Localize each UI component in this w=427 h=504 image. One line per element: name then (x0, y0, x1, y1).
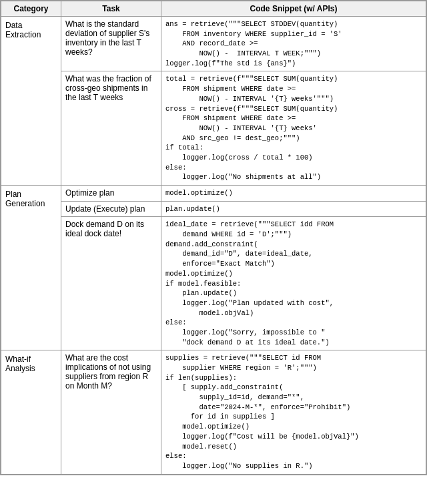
table-row: Plan GenerationOptimize planmodel.optimi… (1, 186, 426, 202)
task-cell: Update (Execute) plan (61, 201, 161, 217)
code-cell: ans = retrieve("""SELECT STDDEV(quantity… (161, 17, 426, 71)
data-table: Category Task Code Snippet (w/ APIs) Dat… (1, 1, 426, 475)
header-row: Category Task Code Snippet (w/ APIs) (1, 1, 426, 17)
task-cell: What was the fraction of cross-geo shipm… (61, 71, 161, 186)
table-row: What was the fraction of cross-geo shipm… (1, 71, 426, 186)
table-row: Data ExtractionWhat is the standard devi… (1, 17, 426, 71)
task-cell: Dock demand D on its ideal dock date! (61, 217, 161, 350)
code-cell: total = retrieve(f"""SELECT SUM(quantity… (161, 71, 426, 186)
code-cell: plan.update() (161, 201, 426, 217)
table-row: What-if AnalysisWhat are the cost implic… (1, 350, 426, 474)
col-header-code: Code Snippet (w/ APIs) (161, 1, 426, 17)
task-cell: What is the standard deviation of suppli… (61, 17, 161, 71)
task-cell: Optimize plan (61, 186, 161, 202)
category-cell: What-if Analysis (1, 350, 61, 474)
table-row: Dock demand D on its ideal dock date!ide… (1, 217, 426, 350)
main-table-container: Category Task Code Snippet (w/ APIs) Dat… (0, 0, 427, 475)
code-cell: ideal_date = retrieve("""SELECT idd FROM… (161, 217, 426, 350)
col-header-task: Task (61, 1, 161, 17)
code-cell: supplies = retrieve("""SELECT id FROM su… (161, 350, 426, 474)
table-row: Update (Execute) planplan.update() (1, 201, 426, 217)
category-cell: Plan Generation (1, 186, 61, 350)
col-header-category: Category (1, 1, 61, 17)
task-cell: What are the cost implications of not us… (61, 350, 161, 474)
category-cell: Data Extraction (1, 17, 61, 186)
code-cell: model.optimize() (161, 186, 426, 202)
